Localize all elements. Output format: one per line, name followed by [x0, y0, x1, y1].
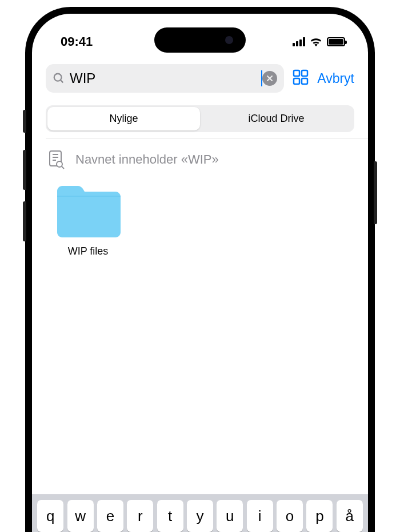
clear-search-button[interactable]	[262, 71, 277, 86]
dynamic-island	[154, 27, 246, 53]
key-w[interactable]: w	[67, 500, 94, 532]
folder-item[interactable]: WIP files	[48, 184, 128, 257]
tab-icloud-drive[interactable]: iCloud Drive	[200, 107, 353, 130]
key-p[interactable]: p	[306, 500, 333, 532]
key-i[interactable]: i	[247, 500, 273, 532]
key-o[interactable]: o	[277, 500, 303, 532]
volume-up-button	[23, 150, 26, 190]
tab-recent[interactable]: Nylige	[47, 107, 200, 130]
svg-rect-5	[302, 78, 307, 84]
search-field[interactable]	[46, 64, 284, 93]
key-q[interactable]: q	[37, 500, 63, 532]
search-input[interactable]	[70, 70, 263, 86]
folder-label: WIP files	[68, 245, 109, 257]
svg-point-0	[54, 74, 62, 81]
svg-line-1	[61, 80, 63, 83]
svg-rect-4	[294, 78, 299, 84]
key-u[interactable]: u	[217, 500, 243, 532]
grid-icon	[292, 69, 309, 86]
key-aa[interactable]: å	[337, 500, 363, 532]
svg-point-10	[57, 161, 62, 167]
folder-icon	[54, 184, 122, 239]
suggestion-text: Navnet inneholder «WIP»	[75, 152, 219, 167]
volume-down-button	[23, 201, 26, 241]
status-time: 09:41	[61, 34, 93, 49]
power-button	[374, 161, 377, 224]
key-y[interactable]: y	[187, 500, 213, 532]
cancel-button[interactable]: Avbryt	[317, 71, 354, 86]
xmark-icon	[266, 75, 273, 82]
svg-rect-3	[302, 70, 307, 76]
svg-line-11	[62, 166, 64, 169]
cellular-icon	[293, 37, 305, 46]
wifi-icon	[310, 37, 322, 47]
search-suggestion-row[interactable]: Navnet inneholder «WIP»	[32, 138, 368, 181]
search-icon	[53, 72, 65, 85]
scope-segmented-control: Nylige iCloud Drive	[46, 105, 354, 132]
key-t[interactable]: t	[157, 500, 183, 532]
results-grid: WIP files	[32, 181, 368, 261]
mute-switch	[23, 110, 26, 133]
battery-icon	[327, 37, 345, 46]
view-mode-button[interactable]	[292, 69, 309, 88]
phone-frame: 09:41 Avbryt Nylige iCloud	[25, 7, 375, 532]
keyboard: q w e r t y u i o p å	[32, 494, 368, 532]
key-r[interactable]: r	[127, 500, 153, 532]
document-search-icon	[48, 150, 65, 169]
key-e[interactable]: e	[97, 500, 123, 532]
svg-rect-2	[294, 70, 299, 76]
